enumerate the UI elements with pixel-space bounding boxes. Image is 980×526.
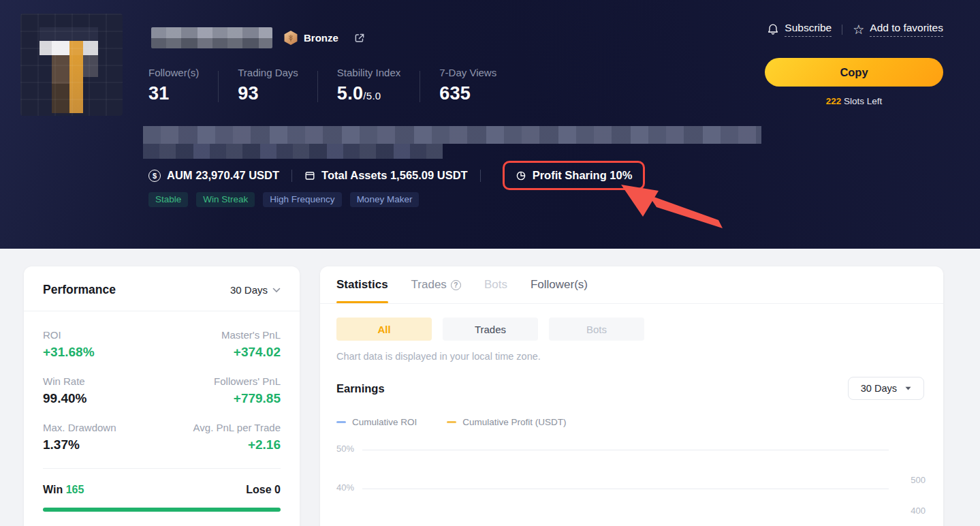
account-metrics-row: $ AUM 23,970.47 USDT Total Assets 1,565.… — [148, 161, 645, 190]
timezone-note: Chart data is displayed in your local ti… — [320, 341, 943, 362]
trader-description-blurred-line2 — [143, 144, 443, 159]
win-rate-bar — [43, 508, 281, 512]
profit-line-swatch — [447, 421, 456, 423]
win-lose-row: Win 165 Lose 0 — [43, 484, 281, 496]
chevron-down-icon — [905, 386, 911, 390]
assets-card-icon — [304, 170, 315, 181]
filter-trades[interactable]: Trades — [443, 318, 538, 341]
trader-name-row: Bronze — [151, 27, 366, 48]
avatar-pixelation — [20, 14, 123, 116]
star-icon: ☆ — [853, 23, 864, 36]
subscribe-link[interactable]: Subscribe — [767, 22, 832, 37]
tab-trades[interactable]: Trades ? — [411, 266, 461, 303]
tag-money-maker: Money Maker — [350, 192, 420, 207]
trader-tags-row: Stable Win Streak High Frequency Money M… — [148, 192, 419, 207]
divider — [317, 71, 318, 102]
metrics-row-2: Win Rate 99.40% Followers' PnL +779.85 — [43, 375, 281, 406]
metric-followers-pnl: Followers' PnL +779.85 — [214, 375, 281, 406]
stat-7day-views: 7-Day Views 635 — [439, 67, 496, 104]
tab-statistics[interactable]: Statistics — [336, 266, 388, 303]
legend-cumulative-profit[interactable]: Cumulative Profit (USDT) — [447, 417, 566, 427]
metric-roi: ROI +31.68% — [43, 329, 95, 360]
win-count: Win 165 — [43, 484, 84, 496]
statistics-card: Statistics Trades ? Bots Follower(s) All… — [320, 266, 943, 526]
profit-sharing-highlight-box: Profit Sharing 10% — [503, 161, 646, 190]
divider — [842, 25, 842, 35]
divider — [291, 170, 292, 182]
avatar — [20, 14, 123, 116]
metric-win-rate: Win Rate 99.40% — [43, 375, 86, 406]
left-axis-tick-40: 40% — [336, 482, 354, 493]
performance-metrics: ROI +31.68% Master's PnL +374.02 Win Rat… — [24, 311, 300, 512]
add-to-favorites-link[interactable]: ☆ Add to favorites — [853, 22, 943, 37]
filter-all[interactable]: All — [336, 318, 432, 341]
trader-profile-header: Bronze Follower(s) 31 Trading Days 93 St… — [0, 0, 980, 249]
header-action-links: Subscribe ☆ Add to favorites — [767, 22, 943, 37]
performance-range-dropdown[interactable]: 30 Days — [230, 284, 281, 296]
tag-high-frequency: High Frequency — [263, 192, 341, 207]
bronze-medal-icon — [283, 31, 298, 46]
trader-description-blurred-line1 — [143, 126, 761, 144]
tab-followers[interactable]: Follower(s) — [531, 266, 588, 303]
header-stats-row: Follower(s) 31 Trading Days 93 Stability… — [148, 67, 496, 104]
profit-sharing-metric: Profit Sharing 10% — [516, 169, 633, 182]
divider — [218, 71, 219, 102]
earnings-chart: 50% 500 40% 400 — [336, 444, 927, 526]
legend-cumulative-roi[interactable]: Cumulative ROI — [336, 417, 417, 427]
stat-followers: Follower(s) 31 — [148, 67, 199, 104]
performance-card: Performance 30 Days ROI +31.68% Master's… — [24, 266, 300, 526]
main-content: Performance 30 Days ROI +31.68% Master's… — [0, 249, 980, 526]
total-assets-metric: Total Assets 1,565.09 USDT — [304, 169, 468, 182]
right-axis-tick-500: 500 — [911, 475, 926, 485]
right-axis-tick-400: 400 — [911, 506, 926, 516]
chart-range-dropdown[interactable]: 30 Days — [848, 377, 924, 400]
chevron-down-icon — [272, 288, 281, 293]
gridline — [362, 489, 889, 489]
chart-legend: Cumulative ROI Cumulative Profit (USDT) — [320, 400, 943, 427]
divider — [480, 170, 481, 182]
filter-bots[interactable]: Bots — [549, 318, 644, 341]
slots-left-text: 222 Slots Left — [765, 96, 943, 106]
performance-title: Performance — [43, 283, 116, 297]
aum-metric: $ AUM 23,970.47 USDT — [148, 169, 279, 182]
earnings-header-row: Earnings 30 Days — [320, 362, 943, 400]
earnings-title: Earnings — [336, 382, 385, 395]
metrics-row-1: ROI +31.68% Master's PnL +374.02 — [43, 329, 281, 360]
stat-trading-days: Trading Days 93 — [238, 67, 298, 104]
bell-icon — [767, 23, 779, 35]
dollar-circle-icon: $ — [148, 170, 161, 182]
tier-badge-label: Bronze — [304, 32, 338, 44]
performance-card-header: Performance 30 Days — [24, 266, 300, 311]
metrics-row-3: Max. Drawdown 1.37% Avg. PnL per Trade +… — [43, 422, 281, 452]
tag-win-streak: Win Streak — [196, 192, 255, 207]
metric-max-drawdown: Max. Drawdown 1.37% — [43, 422, 116, 452]
stat-stability-index: Stability Index 5.0/5.0 — [337, 67, 400, 104]
gridline — [362, 450, 889, 450]
divider — [43, 468, 281, 469]
external-link-icon[interactable] — [353, 32, 366, 44]
tag-stable: Stable — [148, 192, 188, 207]
trader-name-blurred — [151, 27, 272, 48]
divider — [420, 71, 420, 102]
metric-masters-pnl: Master's PnL +374.02 — [221, 329, 281, 360]
slots-count: 222 — [826, 96, 842, 106]
statistics-filters: All Trades Bots — [320, 304, 943, 341]
metric-avg-pnl: Avg. PnL per Trade +2.16 — [193, 422, 281, 452]
statistics-tabs: Statistics Trades ? Bots Follower(s) — [320, 266, 943, 304]
question-circle-icon: ? — [451, 280, 461, 290]
tier-badge: Bronze — [283, 31, 338, 46]
lose-count: Lose 0 — [246, 484, 281, 496]
pie-chart-icon — [516, 170, 526, 181]
tab-bots[interactable]: Bots — [484, 266, 507, 303]
left-axis-tick-50: 50% — [336, 444, 354, 454]
copy-button[interactable]: Copy — [765, 58, 943, 87]
roi-line-swatch — [336, 421, 346, 423]
